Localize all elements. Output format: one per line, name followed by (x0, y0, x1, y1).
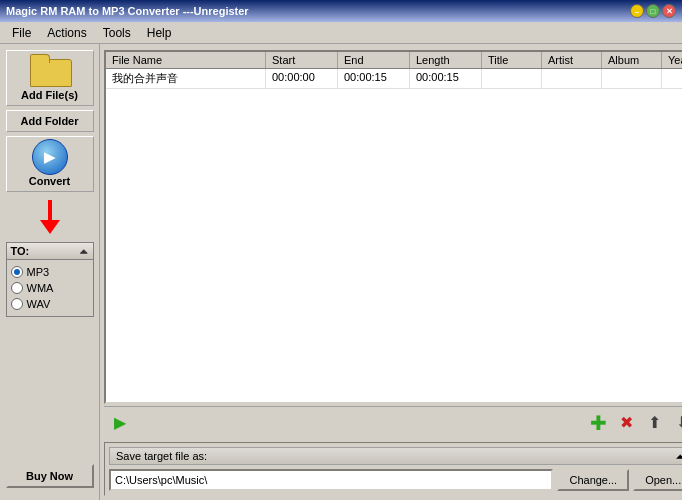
sidebar: Add File(s) Add Folder Convert TO: ⏶ (0, 44, 100, 500)
maximize-button[interactable]: □ (646, 4, 660, 18)
menu-help[interactable]: Help (139, 24, 180, 42)
col-end-header[interactable]: End (338, 52, 410, 68)
format-wma-option[interactable]: WMA (11, 282, 89, 294)
minimize-button[interactable]: – (630, 4, 644, 18)
add-folder-button[interactable]: Add Folder (6, 110, 94, 132)
col-filename-header[interactable]: File Name (106, 52, 266, 68)
format-mp3-option[interactable]: MP3 (11, 266, 89, 278)
window-controls: – □ ✕ (630, 4, 676, 18)
col-artist-header[interactable]: Artist (542, 52, 602, 68)
play-button[interactable]: ▶ (108, 411, 132, 435)
mp3-radio-button[interactable] (11, 266, 23, 278)
mp3-label: MP3 (27, 266, 50, 278)
col-album-header[interactable]: Album (602, 52, 662, 68)
menu-file[interactable]: File (4, 24, 39, 42)
cell-end: 00:00:15 (338, 69, 410, 88)
delete-icon: ✖ (620, 413, 633, 432)
close-button[interactable]: ✕ (662, 4, 676, 18)
wma-radio-button[interactable] (11, 282, 23, 294)
move-down-button[interactable]: ⬇ (670, 411, 682, 435)
arrow-shaft (48, 200, 52, 220)
col-start-header[interactable]: Start (266, 52, 338, 68)
save-header-label: Save target file as: (116, 450, 207, 462)
save-header: Save target file as: ⏶ (109, 447, 682, 465)
add-files-button[interactable]: Add File(s) (6, 50, 94, 106)
to-header: TO: ⏶ (7, 243, 93, 260)
format-wav-option[interactable]: WAV (11, 298, 89, 310)
cell-album (602, 69, 662, 88)
add-icon: ✚ (590, 411, 607, 435)
delete-item-button[interactable]: ✖ (614, 411, 638, 435)
to-section: TO: ⏶ MP3 WMA WAV (6, 242, 94, 317)
to-label: TO: (11, 245, 30, 257)
col-length-header[interactable]: Length (410, 52, 482, 68)
add-item-button[interactable]: ✚ (586, 411, 610, 435)
buy-now-button[interactable]: Buy Now (6, 464, 94, 488)
save-path-input[interactable] (109, 469, 553, 491)
col-title-header[interactable]: Title (482, 52, 542, 68)
folder-icon (30, 55, 70, 87)
to-body: MP3 WMA WAV (7, 260, 93, 316)
cell-length: 00:00:15 (410, 69, 482, 88)
menu-actions[interactable]: Actions (39, 24, 94, 42)
add-folder-label: Add Folder (20, 115, 78, 127)
add-files-label: Add File(s) (21, 89, 78, 101)
window-body: Add File(s) Add Folder Convert TO: ⏶ (0, 44, 682, 500)
cell-artist (542, 69, 602, 88)
table-row[interactable]: 我的合并声音 00:00:00 00:00:15 00:00:15 (106, 69, 682, 89)
convert-label: Convert (29, 175, 71, 187)
menu-bar: File Actions Tools Help (0, 22, 682, 44)
wma-label: WMA (27, 282, 54, 294)
content-area: File Name Start End Length Title Artist … (100, 44, 682, 500)
cell-year (662, 69, 682, 88)
convert-button[interactable]: Convert (6, 136, 94, 192)
cell-filename: 我的合并声音 (106, 69, 266, 88)
save-collapse-icon[interactable]: ⏶ (675, 450, 682, 462)
cell-start: 00:00:00 (266, 69, 338, 88)
save-row: Change... Open... (109, 469, 682, 491)
move-up-button[interactable]: ⬆ (642, 411, 666, 435)
arrow-head-icon (40, 220, 60, 234)
file-list-container[interactable]: File Name Start End Length Title Artist … (104, 50, 682, 404)
buy-now-area: Buy Now (2, 458, 98, 494)
save-area: Save target file as: ⏶ Change... Open... (104, 442, 682, 496)
change-button[interactable]: Change... (557, 469, 629, 491)
file-list-header: File Name Start End Length Title Artist … (106, 52, 682, 69)
cell-title (482, 69, 542, 88)
play-icon: ▶ (114, 413, 126, 432)
title-bar: Magic RM RAM to MP3 Converter ---Unregis… (0, 0, 682, 22)
window-title: Magic RM RAM to MP3 Converter ---Unregis… (6, 5, 249, 17)
open-button[interactable]: Open... (633, 469, 682, 491)
arrow-indicator (40, 200, 60, 234)
wav-radio-button[interactable] (11, 298, 23, 310)
up-arrow-icon: ⬆ (648, 413, 661, 432)
convert-icon (30, 141, 70, 173)
file-toolbar: ▶ ✚ ✖ ⬆ ⬇ (104, 406, 682, 438)
to-collapse-button[interactable]: ⏶ (79, 246, 89, 257)
convert-circle-icon (32, 139, 68, 175)
down-arrow-icon: ⬇ (676, 413, 682, 432)
menu-tools[interactable]: Tools (95, 24, 139, 42)
col-year-header[interactable]: Year (662, 52, 682, 68)
wav-label: WAV (27, 298, 51, 310)
